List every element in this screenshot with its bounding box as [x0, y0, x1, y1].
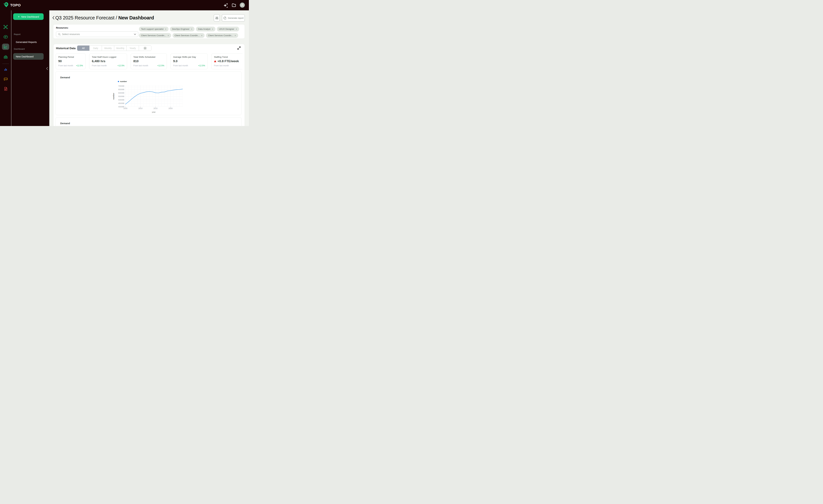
remove-tag-icon[interactable]: ×	[212, 28, 213, 30]
breadcrumb: Q3 2025 Resource Forecast / New Dashboar…	[55, 15, 154, 21]
brand-name: TOPO	[10, 3, 21, 7]
historical-data-title: Historical Data	[56, 47, 75, 50]
resources-select[interactable]: Select resources	[56, 31, 138, 37]
resource-tags: Tech support specialist × DevOps Enginee…	[139, 27, 242, 38]
network-icon[interactable]	[2, 24, 9, 30]
stat-card-staffing-trend: Staffing Trend +0.8 FTE/week From last m…	[211, 53, 242, 69]
trend-up-triangle-icon	[214, 60, 216, 62]
plus-icon: +	[18, 15, 20, 18]
sidebar-item-label: New Dashboard	[16, 55, 34, 58]
stat-cards-row: Planning Period 90 From last month +12.5…	[56, 53, 242, 69]
resource-tag[interactable]: Tech support specialist ×	[139, 27, 169, 31]
analytics-chart-icon[interactable]	[2, 44, 9, 50]
remove-tag-icon[interactable]: ×	[236, 28, 237, 30]
remove-tag-icon[interactable]: ×	[168, 34, 169, 37]
breadcrumb-current: New Dashboard	[118, 15, 154, 20]
demand-card-title: Demand	[60, 76, 70, 79]
ai-sphere-icon[interactable]	[2, 34, 9, 40]
remove-tag-icon[interactable]: ×	[234, 34, 236, 37]
resource-tag[interactable]: Client Services Coordin... ×	[139, 33, 171, 38]
resources-label: Resources:	[56, 26, 68, 29]
collapse-sidebar-chevron-icon[interactable]	[46, 67, 48, 71]
stat-card-avg-shifts: Average Shifts per Day 9.0 From last mon…	[171, 53, 208, 69]
stat-card-planning-period: Planning Period 90 From last month +12.5…	[56, 53, 86, 69]
stat-card-staff-hours: Total Staff Hours Logged 6,480 hrs From …	[89, 53, 127, 69]
comment-icon[interactable]	[2, 76, 9, 82]
new-dashboard-button[interactable]: + New Dashboard	[13, 13, 44, 20]
sparkles-icon[interactable]	[223, 3, 228, 9]
section-label-dashboard: Dashboard	[14, 48, 25, 50]
chart-x-axis-label: year	[146, 111, 162, 113]
calendar-icon	[144, 47, 147, 49]
tab-yearly[interactable]: Yearly	[127, 46, 139, 51]
back-chevron-icon[interactable]	[52, 16, 54, 20]
bar-chart-icon[interactable]	[2, 66, 9, 72]
resource-tag[interactable]: Client Services Coordin... ×	[206, 33, 238, 38]
demand-chart-card-2: Demand	[55, 117, 241, 126]
remove-tag-icon[interactable]: ×	[191, 28, 192, 30]
tab-all[interactable]: All	[77, 46, 90, 51]
app-root: TOPO	[0, 0, 249, 126]
document-icon[interactable]	[2, 86, 9, 92]
breadcrumb-separator: /	[114, 15, 118, 20]
generate-report-label: Generate report	[228, 17, 243, 19]
filter-settings-button[interactable]	[214, 14, 220, 22]
resource-tag[interactable]: UI/UX Designer ×	[217, 27, 239, 31]
chevron-down-icon	[134, 34, 136, 35]
expand-panel-icon[interactable]	[237, 46, 241, 50]
topo-logo-icon	[3, 2, 9, 9]
period-tabs: All Daily Weekly Monthly Yearly	[77, 45, 151, 51]
search-icon	[58, 33, 60, 35]
sidebar-item-new-dashboard[interactable]: New Dashboard	[13, 53, 44, 60]
tab-daily[interactable]: Daily	[90, 46, 102, 51]
sidebar-item-generated-reports[interactable]: Generated Reports	[13, 39, 44, 45]
side-panel: + New Dashboard Report Generated Reports…	[11, 10, 49, 126]
resources-select-placeholder: Select resources	[62, 33, 132, 35]
new-dashboard-button-label: New Dashboard	[21, 15, 39, 18]
user-avatar[interactable]	[239, 2, 245, 8]
sidebar-item-label: Generated Reports	[16, 41, 37, 43]
breadcrumb-parent[interactable]: Q3 2025 Resource Forecast	[55, 15, 114, 20]
demand-chart-card: Demand number number 7000006500006000005…	[55, 71, 241, 115]
top-bar: TOPO	[0, 0, 249, 10]
remove-tag-icon[interactable]: ×	[165, 28, 166, 30]
resources-card: Resources: Select resources Tech support…	[53, 24, 245, 39]
icon-rail	[0, 10, 11, 126]
section-label-report: Report	[14, 33, 21, 35]
tab-monthly[interactable]: Monthly	[114, 46, 127, 51]
resource-tag[interactable]: Data Analyst ×	[196, 27, 215, 31]
folder-icon[interactable]	[232, 3, 236, 8]
demand-line-chart	[122, 85, 186, 111]
generate-report-button[interactable]: Generate report	[222, 14, 245, 22]
typewriter-icon[interactable]	[2, 54, 9, 60]
remove-tag-icon[interactable]: ×	[201, 34, 202, 37]
export-report-icon	[223, 16, 226, 20]
tab-calendar[interactable]	[139, 46, 151, 51]
demand-card-2-title: Demand	[60, 122, 70, 125]
resource-tag[interactable]: Client Services Coordin... ×	[172, 33, 205, 38]
tab-weekly[interactable]: Weekly	[102, 46, 114, 51]
stat-card-shifts-scheduled: Total Shifts Scheduled 810 From last mon…	[131, 53, 167, 69]
resource-tag[interactable]: DevOps Engineer ×	[170, 27, 194, 31]
